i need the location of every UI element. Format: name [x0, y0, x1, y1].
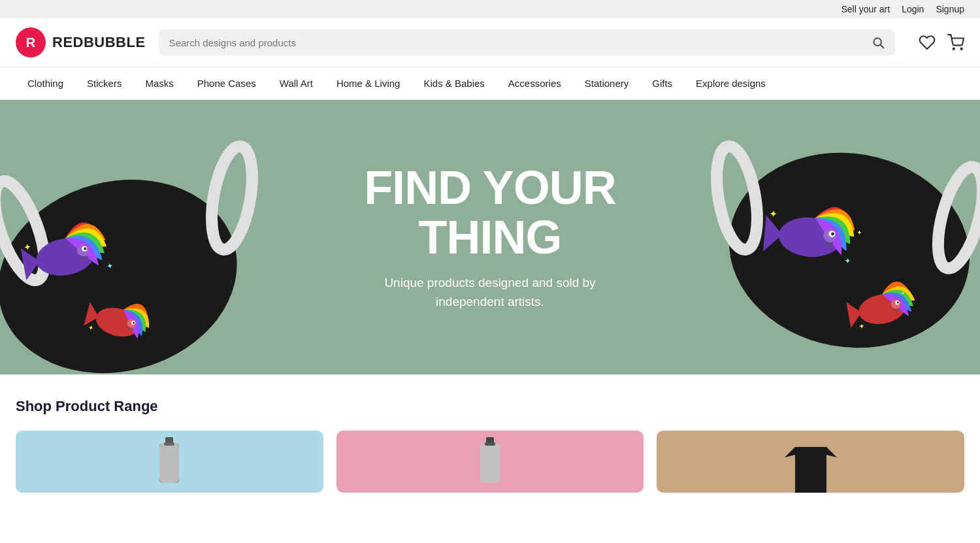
wishlist-button[interactable]: [919, 34, 936, 51]
svg-rect-43: [480, 444, 500, 483]
shop-card-tan[interactable]: [657, 431, 964, 493]
nav-accessories[interactable]: Accessories: [497, 67, 573, 99]
top-bar: Sell your art Login Signup: [0, 0, 980, 18]
hero-mask-left: ✦ ✦ ✦: [0, 133, 261, 374]
shop-cards: [16, 431, 964, 493]
svg-rect-40: [159, 444, 179, 483]
nav-stationery[interactable]: Stationery: [573, 67, 641, 99]
search-button[interactable]: [872, 36, 885, 49]
svg-line-1: [881, 45, 884, 48]
nav-wall-art[interactable]: Wall Art: [268, 67, 325, 99]
sell-art-link[interactable]: Sell your art: [841, 4, 890, 14]
product-icon-tan: [785, 447, 837, 493]
hero-banner: ✦ ✦ ✦: [0, 100, 980, 374]
card-product-pink: [336, 431, 644, 493]
svg-rect-41: [164, 442, 174, 446]
product-icon-pink: [477, 437, 503, 493]
product-icon-blue: [156, 437, 182, 493]
nav-clothing[interactable]: Clothing: [16, 67, 75, 99]
login-link[interactable]: Login: [902, 4, 924, 14]
shop-section: Shop Product Range: [0, 374, 980, 493]
shop-card-pink[interactable]: [336, 431, 644, 493]
nav-stickers[interactable]: Stickers: [75, 67, 133, 99]
nav-explore-designs[interactable]: Explore designs: [684, 67, 777, 99]
signup-link[interactable]: Signup: [936, 4, 964, 14]
header-icons: [919, 34, 964, 51]
svg-text:✦: ✦: [843, 256, 851, 266]
cart-icon: [947, 34, 964, 51]
search-input[interactable]: [169, 37, 865, 48]
logo-text: REDBUBBLE: [52, 34, 146, 51]
hero-content: FIND YOUR THING Unique products designed…: [364, 163, 616, 311]
shop-card-blue[interactable]: [16, 431, 323, 493]
search-bar: [159, 29, 895, 56]
nav-masks[interactable]: Masks: [133, 67, 185, 99]
svg-text:✦: ✦: [769, 208, 778, 220]
nav-gifts[interactable]: Gifts: [640, 67, 684, 99]
logo-icon: R: [16, 27, 46, 58]
hero-subtitle: Unique products designed and sold byinde…: [364, 274, 616, 311]
main-nav: Clothing Stickers Masks Phone Cases Wall…: [0, 67, 980, 100]
svg-point-2: [953, 48, 955, 50]
search-icon: [872, 36, 885, 49]
nav-kids-babies[interactable]: Kids & Babies: [412, 67, 496, 99]
header: R REDBUBBLE: [0, 18, 980, 67]
cart-button[interactable]: [947, 34, 964, 51]
svg-point-21: [710, 143, 764, 252]
hero-title: FIND YOUR THING: [364, 163, 616, 262]
logo[interactable]: R REDBUBBLE: [16, 27, 146, 58]
svg-rect-44: [485, 442, 495, 446]
heart-icon: [919, 34, 936, 51]
nav-phone-cases[interactable]: Phone Cases: [186, 67, 268, 99]
nav-home-living[interactable]: Home & Living: [325, 67, 412, 99]
svg-point-3: [961, 48, 962, 50]
shop-section-title: Shop Product Range: [16, 398, 964, 415]
card-product-tan: [657, 431, 964, 493]
svg-point-6: [205, 143, 259, 252]
hero-mask-right: ✦ ✦ ✦ ✦ ✦: [706, 107, 980, 368]
svg-marker-45: [785, 447, 837, 493]
card-product-blue: [16, 431, 323, 493]
svg-text:✦: ✦: [856, 229, 862, 237]
